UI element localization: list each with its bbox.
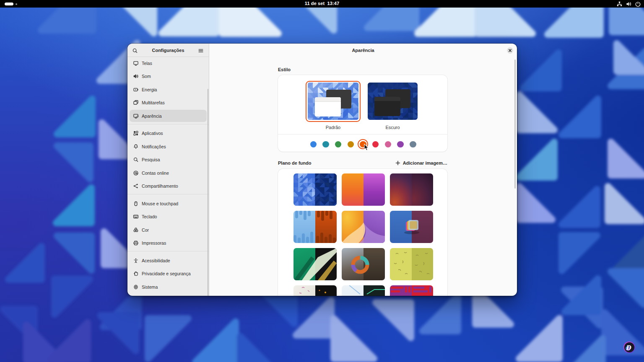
- svg-text:D: D: [626, 344, 631, 352]
